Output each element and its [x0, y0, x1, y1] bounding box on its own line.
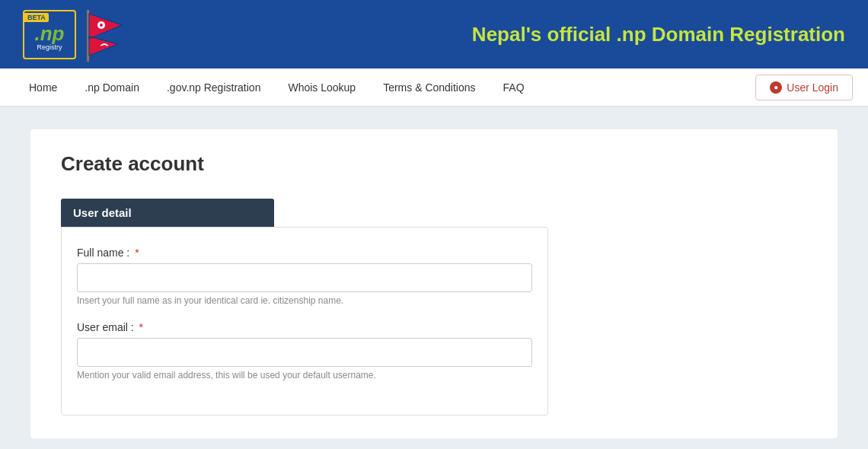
main-content: Create account User detail Full name : *…	[0, 107, 868, 449]
nav-items: Home .np Domain .gov.np Registration Who…	[15, 71, 755, 104]
user-email-label: User email : *	[77, 321, 532, 333]
logo-np-text: .np	[35, 24, 65, 43]
site-header: BETA .np Registry Nepal's offici	[0, 0, 868, 68]
user-login-button[interactable]: ● User Login	[755, 75, 853, 100]
user-detail-section: User detail Full name : * Insert your fu…	[61, 199, 807, 416]
user-email-group: User email : * Mention your valid email …	[77, 321, 532, 381]
user-email-hint: Mention your valid email address, this w…	[77, 370, 532, 381]
login-label: User Login	[787, 81, 838, 94]
user-icon: ●	[770, 81, 782, 94]
page-title: Create account	[61, 152, 807, 176]
nav-item-whois[interactable]: Whois Lookup	[274, 71, 369, 104]
logo-box: BETA .np Registry	[23, 10, 76, 59]
svg-marker-1	[89, 14, 122, 39]
nepal-flag	[84, 10, 126, 59]
form-section: Full name : * Insert your full name as i…	[61, 227, 548, 416]
full-name-hint: Insert your full name as in your identic…	[77, 295, 532, 306]
header-title: Nepal's official .np Domain Registration	[472, 23, 845, 46]
nav-item-home[interactable]: Home	[15, 71, 71, 104]
navbar: Home .np Domain .gov.np Registration Who…	[0, 68, 868, 107]
nav-item-faq[interactable]: FAQ	[490, 71, 538, 104]
logo-registry-text: Registry	[37, 43, 62, 51]
beta-badge: BETA	[24, 13, 49, 22]
full-name-group: Full name : * Insert your full name as i…	[77, 247, 532, 306]
required-star-email: *	[139, 321, 143, 333]
full-name-label: Full name : *	[77, 247, 532, 259]
full-name-input[interactable]	[77, 263, 532, 292]
content-card: Create account User detail Full name : *…	[30, 129, 838, 438]
svg-point-4	[100, 24, 103, 27]
nav-item-terms[interactable]: Terms & Conditions	[369, 71, 489, 104]
nav-item-np-domain[interactable]: .np Domain	[71, 71, 153, 104]
logo-area: BETA .np Registry	[23, 10, 126, 59]
user-email-input[interactable]	[77, 338, 532, 367]
required-star-name: *	[135, 247, 139, 259]
nav-item-gov-np[interactable]: .gov.np Registration	[153, 71, 274, 104]
section-header: User detail	[61, 199, 274, 227]
